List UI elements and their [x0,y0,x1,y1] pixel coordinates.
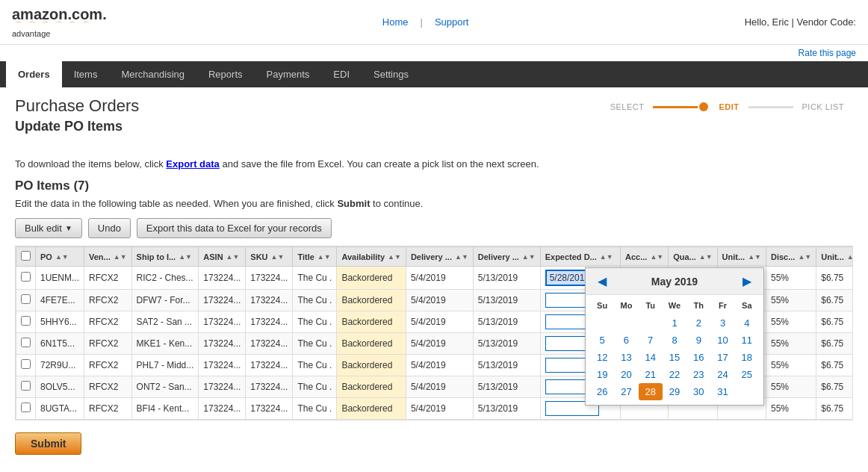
cal-day[interactable]: 11 [735,332,759,349]
row-checkbox-1[interactable] [21,294,31,304]
cal-day[interactable]: 19 [590,366,614,383]
row-asin-4: 173224... [199,355,246,376]
row-checkbox-3[interactable] [21,338,31,347]
export-excel-button[interactable]: Export this data to Excel for your recor… [137,218,332,238]
cal-day[interactable]: 7 [639,332,663,349]
cal-day[interactable]: 21 [639,366,663,383]
cal-day[interactable]: 30 [686,383,710,400]
cal-day[interactable]: 3 [710,314,734,332]
cal-day[interactable]: 29 [663,383,686,400]
cal-day[interactable]: 16 [686,349,710,366]
support-link[interactable]: Support [435,16,469,28]
rate-page-link[interactable]: Rate this page [799,48,856,58]
row-del1-4: 5/4/2019 [406,355,473,376]
row-checkbox-6[interactable] [21,403,31,412]
tab-edi[interactable]: EDI [321,61,362,87]
row-checkbox-2[interactable] [21,316,31,326]
cal-day[interactable]: 20 [614,366,638,383]
cal-day [735,383,759,400]
sort-del2-icon[interactable]: ▲▼ [522,253,536,261]
logo-area: amazon.com. ⌒⌒⌒⌒⌒⌒ advantage [12,6,107,38]
row-vendor-4: RFCX2 [84,355,132,376]
cal-day[interactable]: 2 [686,314,710,332]
bulk-edit-button[interactable]: Bulk edit ▼ [15,218,82,238]
cal-day-name: Tu [639,299,663,311]
home-link[interactable]: Home [382,16,409,28]
row-checkbox-5[interactable] [21,381,31,391]
row-sku-0: 173224... [246,267,293,290]
table-wrapper: PO▲▼ Ven...▲▼ Ship to I...▲▼ ASIN▲▼ SKU▲… [15,246,853,420]
tab-payments[interactable]: Payments [255,61,322,87]
cal-day[interactable]: 6 [614,332,638,349]
sort-expdate-icon[interactable]: ▲▼ [600,253,613,261]
cal-day[interactable]: 24 [710,366,734,383]
sort-disc-icon[interactable]: ▲▼ [798,253,811,261]
cal-day[interactable]: 25 [735,366,759,383]
sort-avail-icon[interactable]: ▲▼ [388,253,401,261]
export-data-link[interactable]: Export data [166,158,220,170]
col-header-del2: Delivery ...▲▼ [473,247,540,267]
tab-orders[interactable]: Orders [6,61,62,87]
row-checkbox-0[interactable] [21,272,31,282]
cal-day[interactable]: 4 [735,314,759,332]
cal-next-button[interactable]: ▶ [738,274,756,288]
tab-items[interactable]: Items [62,61,110,87]
submit-button[interactable]: Submit [15,432,81,455]
row-check-0 [16,267,36,290]
cal-day[interactable]: 8 [663,332,686,349]
tab-merchandising[interactable]: Merchandising [109,61,196,87]
rate-bar: Rate this page [0,45,868,61]
cal-day[interactable]: 17 [710,349,734,366]
cal-day[interactable]: 18 [735,349,759,366]
sort-acc-icon[interactable]: ▲▼ [650,253,663,261]
cal-day[interactable]: 28 [639,383,663,400]
sort-qty-icon[interactable]: ▲▼ [699,253,713,261]
cal-day[interactable]: 10 [710,332,734,349]
cal-day[interactable]: 23 [686,366,710,383]
sort-title-icon[interactable]: ▲▼ [317,253,331,261]
cal-day[interactable]: 12 [590,349,614,366]
sort-unit1-icon[interactable]: ▲▼ [748,253,761,261]
cal-day[interactable]: 22 [663,366,686,383]
row-checkbox-4[interactable] [21,359,31,369]
cal-day[interactable]: 14 [639,349,663,366]
tab-reports[interactable]: Reports [196,61,255,87]
row-title-2: The Cu . [293,311,337,333]
sort-po-icon[interactable]: ▲▼ [55,253,69,261]
row-disc-5: 55% [766,376,816,398]
col-header-po: PO▲▼ [36,247,84,267]
nav-separator: | [421,16,423,28]
row-sku-5: 173224... [246,376,293,398]
row-sku-1: 173224... [246,290,293,311]
sort-unit2-icon[interactable]: ▲▼ [847,253,853,261]
row-disc-6: 55% [766,398,816,420]
row-avail-0: Backordered [337,267,406,290]
cal-day[interactable]: 13 [614,349,638,366]
sort-del1-icon[interactable]: ▲▼ [455,253,468,261]
sort-vendor-icon[interactable]: ▲▼ [114,253,127,261]
row-vendor-6: RFCX2 [84,398,132,420]
cal-day [639,314,663,332]
info-prefix: To download the items below, click [15,158,166,170]
cal-day[interactable]: 26 [590,383,614,400]
col-header-disc: Disc...▲▼ [766,247,816,267]
cal-day-name: Sa [735,299,759,311]
cal-day[interactable]: 5 [590,332,614,349]
row-avail-4: Backordered [337,355,406,376]
row-asin-5: 173224... [199,376,246,398]
sort-ship-icon[interactable]: ▲▼ [179,253,192,261]
select-all-checkbox[interactable] [21,251,31,261]
undo-button[interactable]: Undo [88,218,131,238]
cal-day[interactable]: 9 [686,332,710,349]
cal-day[interactable]: 15 [663,349,686,366]
sort-asin-icon[interactable]: ▲▼ [226,253,240,261]
logo-advantage: advantage [12,29,107,38]
row-sku-6: 173224... [246,398,293,420]
cal-day[interactable]: 1 [663,314,686,332]
row-vendor-5: RFCX2 [84,376,132,398]
sort-sku-icon[interactable]: ▲▼ [271,253,285,261]
tab-settings[interactable]: Settings [362,61,421,87]
cal-day[interactable]: 27 [614,383,638,400]
cal-day[interactable]: 31 [710,383,734,400]
cal-prev-button[interactable]: ◀ [593,274,611,288]
